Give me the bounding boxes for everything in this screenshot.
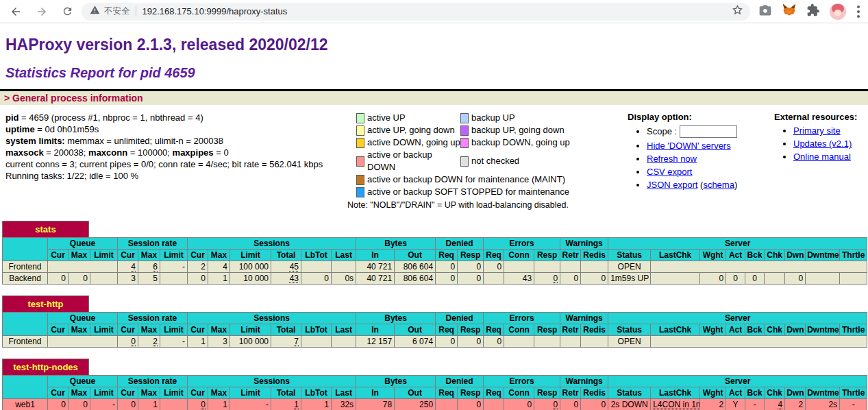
browser-chrome: 不安全 192.168.175.10:9999/haproxy-status: [0, 0, 868, 23]
cell: 45: [271, 261, 301, 273]
row-label[interactable]: web1: [3, 399, 48, 410]
cell: 3: [208, 336, 230, 348]
column-header: Status: [608, 324, 651, 336]
cell: 43: [504, 273, 534, 285]
legend-row: active UPbackup UP: [356, 112, 628, 124]
security-label[interactable]: 不安全: [104, 5, 130, 17]
link-online-manual[interactable]: Online manual: [793, 152, 851, 162]
cell: -: [90, 399, 118, 410]
cell: 0: [700, 273, 726, 285]
address-bar[interactable]: 不安全 192.168.175.10:9999/haproxy-status: [82, 3, 750, 21]
url-text[interactable]: 192.168.175.10:9999/haproxy-status: [142, 6, 732, 16]
cell: [504, 336, 534, 348]
camera-icon[interactable]: [758, 3, 772, 20]
cell: OPEN: [608, 261, 651, 273]
column-group-header: Denied: [436, 313, 484, 324]
cell: 40 721: [356, 273, 395, 285]
column-header: Limit: [230, 250, 271, 261]
extensions-icon[interactable]: [806, 3, 820, 20]
column-header: Max: [208, 324, 230, 336]
cell: [581, 336, 608, 348]
external-resources-title: External resources:: [774, 112, 857, 122]
link-refresh-now[interactable]: Refresh now: [647, 154, 697, 164]
column-header: Resp: [458, 387, 484, 399]
column-header: Req: [484, 387, 504, 399]
row-label[interactable]: Frontend: [3, 336, 48, 348]
column-header: Max: [69, 324, 90, 336]
link-hide-down-servers[interactable]: Hide 'DOWN' servers: [647, 141, 731, 151]
forward-icon[interactable]: [36, 5, 48, 18]
cell: 1: [138, 399, 160, 410]
column-header: Act: [726, 250, 745, 261]
cell: 12 157: [356, 336, 395, 348]
column-header: Limit: [90, 250, 118, 261]
column-header: Dwntme: [806, 250, 840, 261]
column-header: Cur: [118, 250, 138, 261]
legend-swatch: [356, 175, 364, 185]
metamask-icon[interactable]: [782, 3, 797, 21]
cell: 4: [118, 261, 138, 273]
column-header: Status: [608, 387, 651, 399]
column-header: Limit: [90, 387, 118, 399]
legend-item: backup UP, going down: [460, 124, 565, 136]
general-info-strip: pid = 4659 (process #1, nbproc = 1, nbth…: [0, 105, 868, 213]
cell: 1: [208, 399, 230, 410]
link-primary-site[interactable]: Primary site: [793, 125, 841, 136]
process-info-line: uptime = 0d 0h01m59s: [5, 123, 356, 135]
column-header: Status: [608, 250, 651, 261]
corner-cell: [3, 238, 48, 261]
column-header: Max: [138, 387, 160, 399]
cell: 0: [745, 273, 765, 285]
column-group-header: Warnings: [560, 238, 608, 250]
proxy-name-link[interactable]: stats: [35, 224, 55, 234]
proxy-name-link[interactable]: test-http-nodes: [13, 362, 78, 372]
corner-cell: [3, 313, 48, 336]
legend-swatch: [356, 113, 364, 123]
row-label[interactable]: Frontend: [3, 261, 48, 273]
legend-row: active or backup DOWN for maintenance (M…: [356, 173, 628, 186]
proxy-section-test-http-nodes: test-http-nodesQueueSession rateSessions…: [2, 359, 866, 410]
cell: 6: [138, 261, 160, 273]
cell: 806 604: [395, 273, 436, 285]
header-group-row: QueueSession rateSessionsBytesDeniedErro…: [3, 238, 867, 250]
display-options-title: Display option:: [628, 112, 692, 122]
legend-item: backup UP: [460, 112, 515, 124]
cell: [560, 261, 581, 273]
cell: 0: [534, 399, 560, 410]
table-row-web1: web100-0101-1132s78250000002s DOWNL4CON …: [3, 399, 867, 410]
external-resource-item: Primary site: [793, 125, 864, 136]
cell: [651, 261, 867, 273]
warning-icon: [90, 5, 100, 18]
column-header: Redis: [581, 324, 608, 336]
column-header: Dwn: [785, 387, 806, 399]
column-header: Total: [271, 387, 301, 399]
column-header: Req: [436, 387, 458, 399]
link-csv-export[interactable]: CSV export: [647, 167, 692, 177]
column-header: In: [356, 324, 395, 336]
scope-input[interactable]: [680, 125, 737, 138]
report-subtitle: Statistics Report for pid 4659: [5, 65, 863, 81]
column-header: Cur: [118, 324, 138, 336]
link-schema[interactable]: schema: [703, 180, 734, 190]
display-option-item: Hide 'DOWN' servers: [647, 141, 774, 151]
cell: 0: [458, 261, 484, 273]
link-json-export[interactable]: JSON export: [647, 180, 697, 190]
bookmark-star-icon[interactable]: [732, 4, 743, 19]
cell: [301, 336, 332, 348]
legend-item: active UP, going down: [356, 124, 460, 136]
profile-avatar[interactable]: [830, 3, 846, 20]
link-updates-v2-1-[interactable]: Updates (v2.1): [793, 138, 852, 149]
menu-icon[interactable]: [856, 4, 861, 19]
proxy-name-link[interactable]: test-http: [28, 299, 64, 309]
cell: 3: [118, 273, 138, 285]
cell: 2: [188, 261, 208, 273]
cell: 2s: [806, 399, 840, 410]
column-header: Dwn: [785, 250, 806, 261]
back-icon[interactable]: [10, 5, 22, 18]
reload-icon[interactable]: [62, 5, 73, 17]
cell: 2: [138, 336, 160, 348]
row-label[interactable]: Backend: [3, 273, 48, 285]
column-group-header: Queue: [48, 313, 118, 324]
stats-table-test-http: QueueSession rateSessionsBytesDeniedErro…: [2, 312, 867, 348]
page-title[interactable]: HAProxy version 2.1.3, released 2020/02/…: [5, 36, 863, 54]
